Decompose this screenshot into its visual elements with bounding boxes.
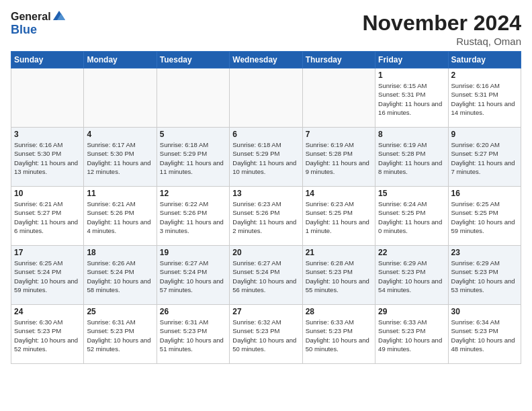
calendar-cell: 6Sunrise: 6:18 AM Sunset: 5:29 PM Daylig… [230, 128, 302, 187]
day-number: 2 [451, 71, 518, 80]
day-number: 11 [87, 189, 153, 198]
day-info: Sunrise: 6:25 AM Sunset: 5:24 PM Dayligh… [14, 259, 81, 294]
calendar-week-row: 17Sunrise: 6:25 AM Sunset: 5:24 PM Dayli… [11, 246, 521, 305]
day-number: 15 [378, 189, 445, 198]
day-info: Sunrise: 6:29 AM Sunset: 5:23 PM Dayligh… [378, 259, 445, 294]
day-info: Sunrise: 6:22 AM Sunset: 5:26 PM Dayligh… [160, 199, 226, 235]
day-info: Sunrise: 6:23 AM Sunset: 5:26 PM Dayligh… [232, 199, 299, 235]
page-header: General Blue November 2024 Rustaq, Oman [11, 11, 521, 47]
calendar-cell: 10Sunrise: 6:21 AM Sunset: 5:27 PM Dayli… [11, 187, 84, 246]
calendar-week-row: 10Sunrise: 6:21 AM Sunset: 5:27 PM Dayli… [11, 187, 521, 246]
day-info: Sunrise: 6:15 AM Sunset: 5:31 PM Dayligh… [378, 81, 445, 117]
calendar-cell: 7Sunrise: 6:19 AM Sunset: 5:28 PM Daylig… [302, 128, 375, 187]
weekday-header: Friday [375, 52, 448, 68]
day-info: Sunrise: 6:28 AM Sunset: 5:23 PM Dayligh… [306, 259, 372, 294]
day-info: Sunrise: 6:18 AM Sunset: 5:29 PM Dayligh… [160, 140, 226, 176]
day-number: 18 [87, 248, 153, 257]
calendar-cell: 18Sunrise: 6:26 AM Sunset: 5:24 PM Dayli… [84, 246, 157, 305]
calendar-week-row: 1Sunrise: 6:15 AM Sunset: 5:31 PM Daylig… [11, 68, 521, 128]
weekday-header: Wednesday [230, 52, 302, 68]
calendar-cell: 16Sunrise: 6:25 AM Sunset: 5:25 PM Dayli… [448, 187, 521, 246]
day-info: Sunrise: 6:34 AM Sunset: 5:23 PM Dayligh… [451, 318, 518, 353]
day-number: 19 [160, 248, 226, 257]
day-number: 21 [306, 248, 372, 257]
day-number: 1 [378, 71, 445, 80]
day-number: 7 [306, 130, 372, 139]
month-title: November 2024 [362, 11, 521, 36]
day-number: 5 [160, 130, 226, 139]
calendar-cell: 26Sunrise: 6:31 AM Sunset: 5:23 PM Dayli… [157, 305, 229, 364]
calendar-cell: 4Sunrise: 6:17 AM Sunset: 5:30 PM Daylig… [84, 128, 157, 187]
day-number: 28 [306, 307, 372, 316]
location: Rustaq, Oman [362, 36, 521, 47]
calendar-cell: 27Sunrise: 6:32 AM Sunset: 5:23 PM Dayli… [230, 305, 302, 364]
logo-icon [52, 9, 66, 23]
day-info: Sunrise: 6:27 AM Sunset: 5:24 PM Dayligh… [160, 259, 226, 294]
day-number: 10 [14, 189, 81, 198]
calendar-cell: 22Sunrise: 6:29 AM Sunset: 5:23 PM Dayli… [375, 246, 448, 305]
calendar-week-row: 24Sunrise: 6:30 AM Sunset: 5:23 PM Dayli… [11, 305, 521, 364]
calendar-cell: 8Sunrise: 6:19 AM Sunset: 5:28 PM Daylig… [375, 128, 448, 187]
day-number: 30 [451, 307, 518, 316]
calendar-cell: 29Sunrise: 6:33 AM Sunset: 5:23 PM Dayli… [375, 305, 448, 364]
calendar-cell: 25Sunrise: 6:31 AM Sunset: 5:23 PM Dayli… [84, 305, 157, 364]
day-number: 24 [14, 307, 81, 316]
day-info: Sunrise: 6:16 AM Sunset: 5:30 PM Dayligh… [14, 140, 81, 176]
day-info: Sunrise: 6:31 AM Sunset: 5:23 PM Dayligh… [87, 318, 153, 353]
calendar-cell: 19Sunrise: 6:27 AM Sunset: 5:24 PM Dayli… [157, 246, 229, 305]
day-number: 29 [378, 307, 445, 316]
weekday-header: Tuesday [157, 52, 229, 68]
calendar-cell: 28Sunrise: 6:33 AM Sunset: 5:23 PM Dayli… [302, 305, 375, 364]
day-info: Sunrise: 6:20 AM Sunset: 5:27 PM Dayligh… [451, 140, 518, 176]
calendar-cell [230, 68, 302, 128]
calendar-week-row: 3Sunrise: 6:16 AM Sunset: 5:30 PM Daylig… [11, 128, 521, 187]
day-info: Sunrise: 6:16 AM Sunset: 5:31 PM Dayligh… [451, 81, 518, 117]
calendar-cell: 24Sunrise: 6:30 AM Sunset: 5:23 PM Dayli… [11, 305, 84, 364]
day-number: 9 [451, 130, 518, 139]
calendar-cell: 15Sunrise: 6:24 AM Sunset: 5:25 PM Dayli… [375, 187, 448, 246]
day-number: 27 [232, 307, 299, 316]
day-info: Sunrise: 6:21 AM Sunset: 5:27 PM Dayligh… [14, 199, 81, 235]
day-info: Sunrise: 6:25 AM Sunset: 5:25 PM Dayligh… [451, 199, 518, 235]
calendar-cell: 23Sunrise: 6:29 AM Sunset: 5:23 PM Dayli… [448, 246, 521, 305]
calendar-cell: 13Sunrise: 6:23 AM Sunset: 5:26 PM Dayli… [230, 187, 302, 246]
calendar-cell [302, 68, 375, 128]
logo-blue-text: Blue [11, 23, 66, 37]
day-info: Sunrise: 6:29 AM Sunset: 5:23 PM Dayligh… [451, 259, 518, 294]
weekday-header: Saturday [448, 52, 521, 68]
weekday-header-row: SundayMondayTuesdayWednesdayThursdayFrid… [11, 52, 521, 68]
day-number: 25 [87, 307, 153, 316]
day-info: Sunrise: 6:26 AM Sunset: 5:24 PM Dayligh… [87, 259, 153, 294]
day-number: 26 [160, 307, 226, 316]
calendar-cell: 14Sunrise: 6:23 AM Sunset: 5:25 PM Dayli… [302, 187, 375, 246]
weekday-header: Thursday [302, 52, 375, 68]
day-number: 4 [87, 130, 153, 139]
day-number: 22 [378, 248, 445, 257]
logo: General Blue [11, 11, 66, 37]
calendar-cell: 9Sunrise: 6:20 AM Sunset: 5:27 PM Daylig… [448, 128, 521, 187]
calendar-cell: 11Sunrise: 6:21 AM Sunset: 5:26 PM Dayli… [84, 187, 157, 246]
calendar-cell: 17Sunrise: 6:25 AM Sunset: 5:24 PM Dayli… [11, 246, 84, 305]
calendar-cell: 21Sunrise: 6:28 AM Sunset: 5:23 PM Dayli… [302, 246, 375, 305]
day-info: Sunrise: 6:24 AM Sunset: 5:25 PM Dayligh… [378, 199, 445, 235]
calendar-cell: 12Sunrise: 6:22 AM Sunset: 5:26 PM Dayli… [157, 187, 229, 246]
day-number: 20 [232, 248, 299, 257]
logo-general-text: General [11, 11, 51, 23]
day-info: Sunrise: 6:33 AM Sunset: 5:23 PM Dayligh… [306, 318, 372, 353]
day-number: 14 [306, 189, 372, 198]
day-info: Sunrise: 6:17 AM Sunset: 5:30 PM Dayligh… [87, 140, 153, 176]
calendar-cell [157, 68, 229, 128]
calendar-cell [84, 68, 157, 128]
day-number: 23 [451, 248, 518, 257]
day-info: Sunrise: 6:33 AM Sunset: 5:23 PM Dayligh… [378, 318, 445, 353]
calendar-table: SundayMondayTuesdayWednesdayThursdayFrid… [11, 51, 521, 364]
day-info: Sunrise: 6:27 AM Sunset: 5:24 PM Dayligh… [232, 259, 299, 294]
calendar-cell: 5Sunrise: 6:18 AM Sunset: 5:29 PM Daylig… [157, 128, 229, 187]
weekday-header: Monday [84, 52, 157, 68]
calendar-cell: 20Sunrise: 6:27 AM Sunset: 5:24 PM Dayli… [230, 246, 302, 305]
day-info: Sunrise: 6:31 AM Sunset: 5:23 PM Dayligh… [160, 318, 226, 353]
weekday-header: Sunday [11, 52, 84, 68]
day-number: 3 [14, 130, 81, 139]
day-info: Sunrise: 6:19 AM Sunset: 5:28 PM Dayligh… [306, 140, 372, 176]
calendar-cell: 3Sunrise: 6:16 AM Sunset: 5:30 PM Daylig… [11, 128, 84, 187]
